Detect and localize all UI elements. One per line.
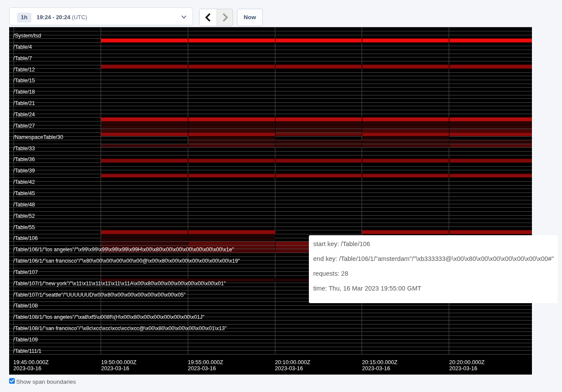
svg-text:2023-03-16: 2023-03-16 (362, 365, 390, 372)
svg-text:/Table/36: /Table/36 (14, 156, 35, 162)
svg-text:/Table/108/1/"los angeles"/"\x: /Table/108/1/"los angeles"/"\xa8\xf5\u00… (14, 314, 205, 320)
svg-text:/Table/27: /Table/27 (14, 123, 35, 129)
svg-text:2023-03-16: 2023-03-16 (449, 365, 477, 372)
svg-text:20:10:00.000Z: 20:10:00.000Z (275, 359, 311, 365)
svg-text:/Table/107/1/"new york"/"\x11\: /Table/107/1/"new york"/"\x11\x11\x11\x1… (14, 280, 226, 287)
svg-text:/Table/106/1/"los angeles"/"\x: /Table/106/1/"los angeles"/"\x99\x99\x99… (14, 247, 234, 253)
svg-text:/Table/107/1/"seattle"/"UUUUUU: /Table/107/1/"seattle"/"UUUUUUD\x00\x80\… (14, 292, 186, 298)
svg-text:19:50:00.000Z: 19:50:00.000Z (101, 359, 137, 365)
svg-text:2023-03-16: 2023-03-16 (188, 365, 216, 372)
svg-text:/Table/106/1/"san francisco"/": /Table/106/1/"san francisco"/"\x80\x00\x… (14, 258, 240, 264)
svg-text:/Table/18: /Table/18 (14, 89, 35, 95)
svg-text:/Table/21: /Table/21 (14, 100, 35, 106)
svg-text:/Table/55: /Table/55 (14, 224, 35, 230)
svg-text:/Table/106: /Table/106 (14, 235, 38, 241)
svg-text:19:55:00.000Z: 19:55:00.000Z (188, 359, 223, 365)
svg-text:/Table/4: /Table/4 (14, 44, 32, 50)
svg-text:/Table/15: /Table/15 (14, 78, 35, 84)
svg-text:20:15:00.000Z: 20:15:00.000Z (362, 359, 398, 365)
svg-text:/Table/7: /Table/7 (14, 55, 32, 61)
svg-text:/Table/108: /Table/108 (14, 303, 38, 309)
svg-text:20:20:00.000Z: 20:20:00.000Z (449, 359, 485, 365)
svg-text:2023-03-16: 2023-03-16 (101, 365, 129, 372)
svg-text:/Table/52: /Table/52 (14, 213, 35, 219)
svg-text:/Table/24: /Table/24 (14, 112, 35, 118)
svg-text:/Table/39: /Table/39 (14, 168, 35, 174)
svg-text:/Table/42: /Table/42 (14, 179, 35, 185)
svg-text:/Table/107: /Table/107 (14, 269, 38, 275)
svg-text:/Table/108/1/"san francisco"/": /Table/108/1/"san francisco"/"\x8c\xcc\x… (14, 325, 227, 331)
svg-text:/NamespaceTable/30: /NamespaceTable/30 (14, 134, 64, 140)
svg-text:/Table/48: /Table/48 (14, 202, 35, 208)
svg-text:19:45:00.000Z: 19:45:00.000Z (14, 359, 49, 365)
svg-text:/Table/12: /Table/12 (14, 67, 35, 73)
svg-text:2023-03-16: 2023-03-16 (14, 365, 41, 372)
svg-text:2023-03-16: 2023-03-16 (275, 365, 303, 372)
svg-text:/Table/45: /Table/45 (14, 190, 35, 196)
svg-text:/Table/33: /Table/33 (14, 145, 35, 152)
svg-text:/Table/111/1: /Table/111/1 (14, 348, 42, 354)
svg-text:/Table/109: /Table/109 (14, 337, 38, 343)
svg-text:/System/tsd: /System/tsd (14, 33, 41, 39)
